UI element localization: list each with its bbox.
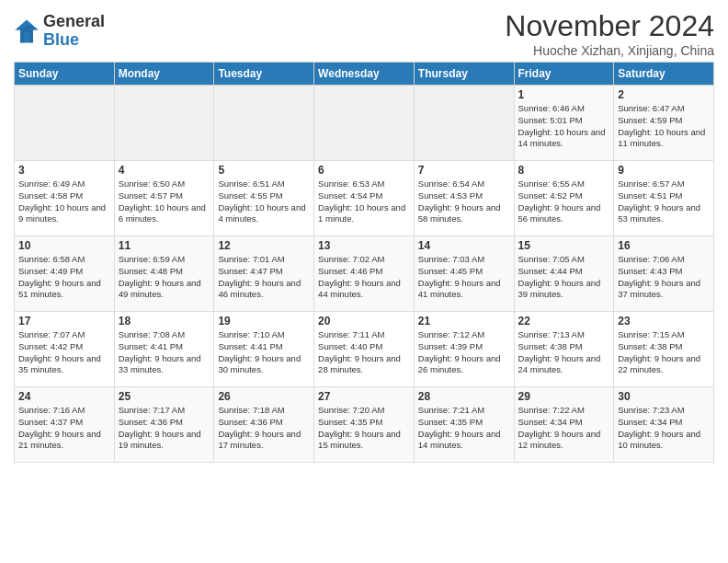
day-info: Daylight: 10 hours and 4 minutes. <box>218 202 310 226</box>
day-info: Daylight: 9 hours and 58 minutes. <box>418 202 510 226</box>
calendar-cell <box>114 86 214 161</box>
page-container: General Blue November 2024 Huoche Xizhan… <box>0 0 728 470</box>
day-info: Sunset: 4:52 PM <box>518 190 610 202</box>
calendar-cell: 29Sunrise: 7:22 AMSunset: 4:34 PMDayligh… <box>514 387 614 463</box>
day-number: 10 <box>18 239 110 252</box>
day-number: 18 <box>119 315 210 327</box>
calendar-week-1: 1Sunrise: 6:46 AMSunset: 5:01 PMDaylight… <box>15 86 714 161</box>
header-sunday: Sunday <box>15 63 115 86</box>
logo: General Blue <box>14 13 105 50</box>
calendar-cell: 12Sunrise: 7:01 AMSunset: 4:47 PMDayligh… <box>214 236 314 312</box>
day-number: 14 <box>418 239 510 252</box>
day-info: Sunset: 4:58 PM <box>18 190 110 202</box>
day-number: 23 <box>618 315 710 327</box>
day-info: Sunset: 4:49 PM <box>18 266 110 278</box>
day-info: Daylight: 9 hours and 30 minutes. <box>218 353 310 377</box>
day-info: Daylight: 9 hours and 21 minutes. <box>18 429 110 453</box>
day-info: Sunrise: 6:57 AM <box>618 178 710 190</box>
day-info: Daylight: 9 hours and 44 minutes. <box>318 278 410 302</box>
day-info: Sunset: 4:53 PM <box>418 190 510 202</box>
day-info: Sunset: 4:48 PM <box>119 266 210 278</box>
calendar-cell: 6Sunrise: 6:53 AMSunset: 4:54 PMDaylight… <box>314 161 415 236</box>
day-info: Sunset: 4:36 PM <box>119 417 210 429</box>
logo-general: General <box>43 13 105 31</box>
day-info: Sunset: 4:40 PM <box>318 341 410 353</box>
day-info: Sunrise: 7:03 AM <box>418 254 510 266</box>
day-info: Daylight: 9 hours and 12 minutes. <box>518 429 610 453</box>
calendar-week-4: 17Sunrise: 7:07 AMSunset: 4:42 PMDayligh… <box>15 312 714 387</box>
day-number: 8 <box>518 164 610 177</box>
day-info: Daylight: 9 hours and 51 minutes. <box>18 278 110 302</box>
day-info: Sunrise: 7:15 AM <box>618 329 710 341</box>
day-number: 15 <box>518 239 610 252</box>
day-info: Daylight: 10 hours and 14 minutes. <box>518 127 610 151</box>
day-info: Sunrise: 7:16 AM <box>18 405 110 417</box>
day-info: Sunrise: 7:08 AM <box>119 329 210 341</box>
day-number: 11 <box>119 239 210 252</box>
day-info: Sunrise: 7:21 AM <box>418 405 510 417</box>
day-number: 20 <box>318 315 410 327</box>
day-info: Sunrise: 7:05 AM <box>518 254 610 266</box>
day-info: Sunset: 4:35 PM <box>418 417 510 429</box>
day-number: 29 <box>518 390 610 403</box>
logo-blue: Blue <box>43 31 105 50</box>
day-info: Sunrise: 7:13 AM <box>518 329 610 341</box>
day-info: Sunrise: 6:49 AM <box>18 178 110 190</box>
header-friday: Friday <box>514 63 614 86</box>
calendar-cell: 13Sunrise: 7:02 AMSunset: 4:46 PMDayligh… <box>314 236 415 312</box>
day-number: 21 <box>418 315 510 327</box>
day-number: 22 <box>518 315 610 327</box>
calendar-cell <box>314 86 415 161</box>
calendar-cell: 11Sunrise: 6:59 AMSunset: 4:48 PMDayligh… <box>114 236 214 312</box>
calendar-cell: 30Sunrise: 7:23 AMSunset: 4:34 PMDayligh… <box>614 387 714 463</box>
header-row: Sunday Monday Tuesday Wednesday Thursday… <box>15 63 714 86</box>
day-info: Sunrise: 6:51 AM <box>218 178 310 190</box>
calendar-cell: 7Sunrise: 6:54 AMSunset: 4:53 PMDaylight… <box>414 161 514 236</box>
day-number: 12 <box>218 239 310 252</box>
day-info: Sunrise: 7:07 AM <box>18 329 110 341</box>
calendar-cell: 1Sunrise: 6:46 AMSunset: 5:01 PMDaylight… <box>514 86 614 161</box>
logo-icon <box>14 18 40 44</box>
calendar-cell: 27Sunrise: 7:20 AMSunset: 4:35 PMDayligh… <box>314 387 415 463</box>
calendar-cell <box>414 86 514 161</box>
day-info: Sunrise: 7:10 AM <box>218 329 310 341</box>
day-info: Daylight: 9 hours and 56 minutes. <box>518 202 610 226</box>
day-info: Sunset: 4:41 PM <box>119 341 210 353</box>
day-info: Daylight: 9 hours and 15 minutes. <box>318 429 410 453</box>
header-thursday: Thursday <box>414 63 514 86</box>
day-info: Sunrise: 7:11 AM <box>318 329 410 341</box>
day-info: Sunset: 4:54 PM <box>318 190 410 202</box>
day-info: Sunrise: 7:06 AM <box>618 254 710 266</box>
calendar-cell: 3Sunrise: 6:49 AMSunset: 4:58 PMDaylight… <box>15 161 115 236</box>
day-info: Sunrise: 6:55 AM <box>518 178 610 190</box>
title-block: November 2024 Huoche Xizhan, Xinjiang, C… <box>505 9 714 58</box>
day-info: Daylight: 9 hours and 35 minutes. <box>18 353 110 377</box>
day-info: Daylight: 9 hours and 19 minutes. <box>119 429 210 453</box>
calendar-cell: 22Sunrise: 7:13 AMSunset: 4:38 PMDayligh… <box>514 312 614 387</box>
day-info: Sunset: 4:37 PM <box>18 417 110 429</box>
day-number: 28 <box>418 390 510 403</box>
day-info: Daylight: 9 hours and 17 minutes. <box>218 429 310 453</box>
calendar-cell: 18Sunrise: 7:08 AMSunset: 4:41 PMDayligh… <box>114 312 214 387</box>
day-info: Sunrise: 6:46 AM <box>518 103 610 115</box>
day-number: 4 <box>119 164 210 177</box>
day-info: Daylight: 9 hours and 28 minutes. <box>318 353 410 377</box>
day-info: Sunset: 4:47 PM <box>218 266 310 278</box>
day-number: 25 <box>119 390 210 403</box>
day-number: 16 <box>618 239 710 252</box>
day-info: Daylight: 9 hours and 26 minutes. <box>418 353 510 377</box>
day-number: 9 <box>618 164 710 177</box>
day-number: 27 <box>318 390 410 403</box>
day-info: Sunset: 4:42 PM <box>18 341 110 353</box>
day-info: Daylight: 10 hours and 9 minutes. <box>18 202 110 226</box>
day-info: Sunset: 4:59 PM <box>618 115 710 127</box>
day-info: Sunset: 4:38 PM <box>518 341 610 353</box>
header: General Blue November 2024 Huoche Xizhan… <box>14 9 714 58</box>
calendar-cell: 14Sunrise: 7:03 AMSunset: 4:45 PMDayligh… <box>414 236 514 312</box>
calendar-cell: 8Sunrise: 6:55 AMSunset: 4:52 PMDaylight… <box>514 161 614 236</box>
day-info: Daylight: 9 hours and 37 minutes. <box>618 278 710 302</box>
calendar-cell <box>214 86 314 161</box>
calendar-cell: 15Sunrise: 7:05 AMSunset: 4:44 PMDayligh… <box>514 236 614 312</box>
calendar-cell: 25Sunrise: 7:17 AMSunset: 4:36 PMDayligh… <box>114 387 214 463</box>
header-saturday: Saturday <box>614 63 714 86</box>
